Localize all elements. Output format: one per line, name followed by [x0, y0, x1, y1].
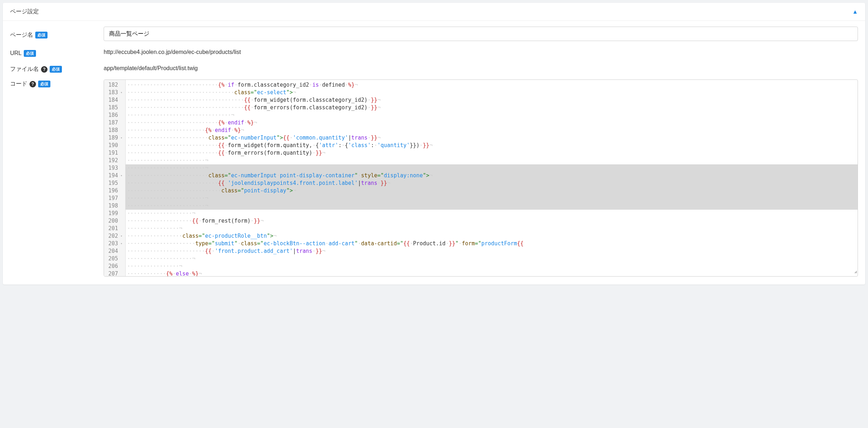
label-text: URL — [10, 50, 22, 56]
label-page-name: ページ名 必須 — [10, 29, 104, 39]
panel-title: ページ設定 — [10, 8, 39, 15]
page-settings-panel: ページ設定 ▲ ページ名 必須 URL 必須 http://eccube4.jo… — [3, 3, 865, 284]
code-line[interactable]: ············{%·else·%}¬ — [126, 270, 858, 276]
line-number: 188 — [108, 127, 122, 134]
line-number: 197 — [108, 195, 122, 202]
code-line[interactable]: ····························{%·if·form.c… — [126, 81, 858, 89]
line-number: 200 — [108, 217, 122, 225]
code-line[interactable]: ·····················type="submit"·class… — [126, 240, 858, 247]
code-line[interactable]: ························{{·'front.produc… — [126, 247, 858, 255]
line-number: 185 — [108, 104, 122, 111]
code-line[interactable]: ························¬ — [126, 195, 858, 202]
line-number: 194▾ — [108, 172, 122, 179]
code-line[interactable]: ························{%·endif·%}¬ — [126, 127, 858, 134]
code-line[interactable]: ····································{{·f… — [126, 104, 858, 111]
row-code: コード ? 必須 182183▾184185186187188189▾19019… — [10, 79, 858, 277]
code-line[interactable]: ·························class="ec-numbe… — [126, 172, 858, 179]
line-number: 203▾ — [108, 240, 122, 247]
label-code: コード ? 必須 — [10, 79, 104, 88]
collapse-icon[interactable]: ▲ — [852, 9, 858, 15]
row-file-name: ファイル名 ? 必須 app/template/default/Product/… — [10, 63, 858, 73]
line-number: 199 — [108, 210, 122, 217]
code-line[interactable]: ························¬ — [126, 164, 858, 172]
code-line[interactable]: ·························class="ec-numbe… — [126, 134, 858, 142]
resize-handle-icon[interactable]: ◢ — [854, 268, 857, 276]
code-line[interactable]: ·····························class="poin… — [126, 187, 858, 195]
page-name-input[interactable] — [104, 27, 858, 41]
line-number: 196 — [108, 187, 122, 195]
help-icon[interactable]: ? — [41, 66, 48, 73]
code-line[interactable]: ····················{{·form_rest(form)·}… — [126, 217, 858, 225]
line-number: 186 — [108, 111, 122, 119]
line-number: 204 — [108, 247, 122, 255]
row-page-name: ページ名 必須 — [10, 27, 858, 41]
code-line[interactable]: ·················class="ec-productRole__… — [126, 232, 858, 240]
required-badge: 必須 — [50, 66, 62, 73]
code-line[interactable]: ·································class="… — [126, 89, 858, 96]
code-line[interactable]: ················¬ — [126, 225, 858, 232]
line-number: 198 — [108, 202, 122, 210]
line-number: 190 — [108, 142, 122, 149]
code-line[interactable]: ····························{%·endif·%}¬ — [126, 119, 858, 127]
line-number: 187 — [108, 119, 122, 127]
line-number: 184 — [108, 96, 122, 104]
code-line[interactable]: ························¬ — [126, 157, 858, 164]
line-number: 183▾ — [108, 89, 122, 96]
code-area[interactable]: ····························{%·if·form.c… — [126, 80, 858, 276]
help-icon[interactable]: ? — [30, 81, 36, 87]
line-number: 202▾ — [108, 232, 122, 240]
required-badge: 必須 — [38, 81, 50, 87]
panel-body: ページ名 必須 URL 必須 http://eccube4.joolen.co.… — [3, 21, 865, 284]
code-line[interactable]: ····························{{·form_widg… — [126, 142, 858, 149]
code-line[interactable]: ························¬ — [126, 202, 858, 210]
file-name-value: app/template/default/Product/list.twig — [104, 64, 858, 73]
label-file-name: ファイル名 ? 必須 — [10, 63, 104, 73]
line-number: 195 — [108, 179, 122, 187]
label-url: URL 必須 — [10, 48, 104, 57]
required-badge: 必須 — [35, 32, 48, 38]
line-number: 182 — [108, 81, 122, 89]
line-gutter: 182183▾184185186187188189▾19019119219319… — [104, 80, 126, 276]
line-number: 191 — [108, 149, 122, 157]
line-number: 189▾ — [108, 134, 122, 142]
line-number: 205 — [108, 255, 122, 263]
code-line[interactable]: ····························{{·'joolendi… — [126, 179, 858, 187]
required-badge: 必須 — [24, 50, 36, 57]
code-line[interactable]: ····················¬ — [126, 210, 858, 217]
row-url: URL 必須 http://eccube4.joolen.co.jp/demo/… — [10, 47, 858, 57]
code-line[interactable]: ················¬ — [126, 263, 858, 270]
panel-header: ページ設定 ▲ — [3, 3, 865, 21]
code-line[interactable]: ································¬ — [126, 111, 858, 119]
line-number: 201 — [108, 225, 122, 232]
line-number: 206 — [108, 263, 122, 270]
code-line[interactable]: ····················¬ — [126, 255, 858, 263]
code-line[interactable]: ····························{{·form_erro… — [126, 149, 858, 157]
code-line[interactable]: ····································{{·f… — [126, 96, 858, 104]
code-editor[interactable]: 182183▾184185186187188189▾19019119219319… — [104, 79, 858, 277]
line-number: 193 — [108, 164, 122, 172]
label-text: コード — [10, 80, 27, 88]
label-text: ファイル名 — [10, 65, 39, 73]
line-number: 207 — [108, 270, 122, 276]
label-text: ページ名 — [10, 31, 33, 39]
url-value: http://eccube4.joolen.co.jp/demo/ec-cube… — [104, 47, 858, 57]
line-number: 192 — [108, 157, 122, 164]
